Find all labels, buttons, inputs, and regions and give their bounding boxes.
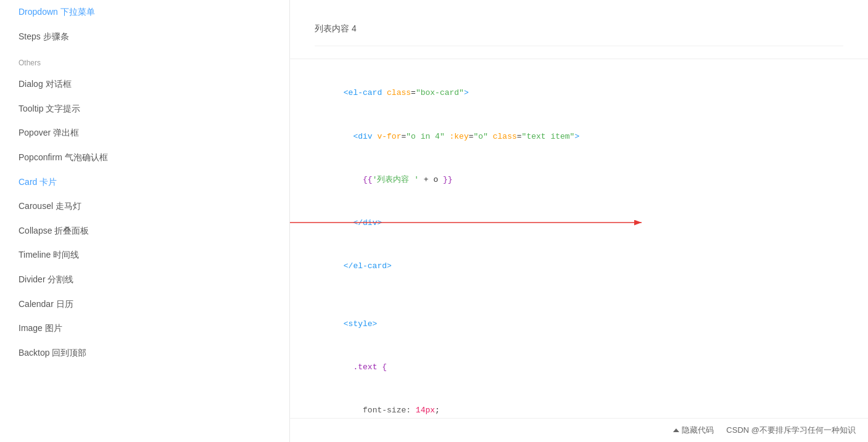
code-line-4: </div>: [315, 202, 843, 245]
sidebar-item-carousel[interactable]: Carousel 走马灯: [0, 194, 289, 219]
code-line-2: <div v-for="o in 4" :key="o" class="text…: [315, 115, 843, 158]
sidebar-category-others: Others: [0, 51, 289, 72]
preview-list-item: 列表内容 4: [315, 12, 843, 46]
code-line-style-open: <style>: [315, 302, 843, 345]
code-line-blank1: [315, 288, 843, 302]
arrow-up-icon: [673, 428, 679, 432]
sidebar-item-dialog[interactable]: Dialog 对话框: [0, 72, 289, 97]
code-line-5: </el-card>: [315, 245, 843, 288]
sidebar-item-timeline[interactable]: Timeline 时间线: [0, 243, 289, 268]
sidebar-item-backtop[interactable]: Backtop 回到顶部: [0, 341, 289, 366]
main-content: 列表内容 4 <el-card class="box-card"> <div v…: [290, 0, 868, 442]
sidebar-item-image[interactable]: Image 图片: [0, 316, 289, 341]
sidebar: Dropdown 下拉菜单 Steps 步骤条 Others Dialog 对话…: [0, 0, 290, 442]
credit-text: CSDN @不要排斥学习任何一种知识: [726, 425, 856, 436]
sidebar-item-dropdown[interactable]: Dropdown 下拉菜单: [0, 0, 289, 25]
sidebar-item-collapse[interactable]: Collapse 折叠面板: [0, 219, 289, 244]
code-block: <el-card class="box-card"> <div v-for="o…: [290, 59, 868, 442]
sidebar-item-popover[interactable]: Popover 弹出框: [0, 121, 289, 145]
sidebar-item-tooltip[interactable]: Tooltip 文字提示: [0, 97, 289, 121]
bottom-bar: 隐藏代码 CSDN @不要排斥学习任何一种知识: [290, 418, 868, 442]
code-line-3: {{'列表内容 ' + o }}: [315, 158, 843, 201]
sidebar-item-popconfirm[interactable]: Popconfirm 气泡确认框: [0, 145, 289, 170]
sidebar-item-card[interactable]: Card 卡片: [0, 170, 289, 195]
sidebar-item-divider[interactable]: Divider 分割线: [0, 268, 289, 292]
code-line-1: <el-card class="box-card">: [315, 72, 843, 115]
sidebar-item-steps[interactable]: Steps 步骤条: [0, 25, 289, 49]
hide-code-label: 隐藏代码: [682, 425, 714, 436]
sidebar-item-calendar[interactable]: Calendar 日历: [0, 292, 289, 317]
preview-card: 列表内容 4: [290, 0, 868, 59]
hide-code-button[interactable]: 隐藏代码: [673, 425, 714, 436]
code-line-css1: .text {: [315, 345, 843, 388]
